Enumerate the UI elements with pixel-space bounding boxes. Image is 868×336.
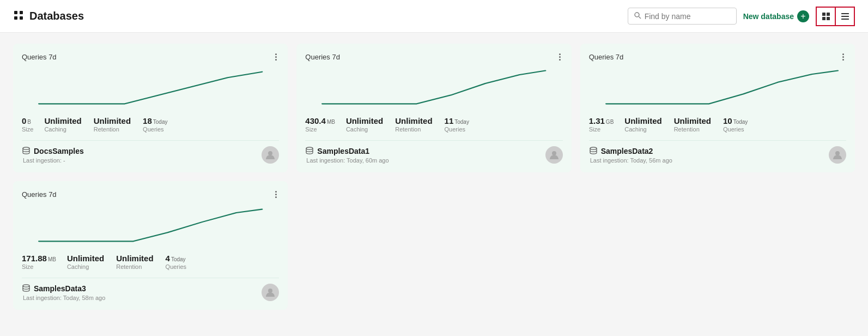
svg-rect-3 bbox=[20, 16, 23, 20]
card-stats: 430.4MB Size Unlimited Caching Unlimited… bbox=[305, 116, 562, 133]
stat-value: Unlimited bbox=[395, 116, 433, 125]
chart-svg bbox=[22, 203, 279, 247]
svg-rect-0 bbox=[14, 11, 17, 14]
db-ingestion: Last ingestion: - bbox=[23, 157, 84, 164]
avatar bbox=[262, 284, 279, 301]
database-card[interactable]: Queries 7d 171.88MB Size Unlimited Cachi… bbox=[13, 181, 288, 310]
database-card[interactable]: Queries 7d 430.4MB Size Unlimited Cachin… bbox=[296, 44, 571, 172]
databases-grid: Queries 7d 0B Size Unlimited Caching Unl… bbox=[13, 44, 855, 310]
stat-item: 18 Today Queries bbox=[143, 116, 167, 133]
menu-dot bbox=[842, 53, 844, 55]
chart-svg bbox=[589, 66, 846, 110]
stat-label: Caching bbox=[44, 126, 82, 133]
stat-item: 171.88MB Size bbox=[22, 254, 56, 270]
svg-rect-10 bbox=[841, 13, 849, 14]
card-footer: SamplesData2 Last ingestion: Today, 56m … bbox=[589, 140, 846, 164]
grid-view-button[interactable] bbox=[816, 7, 835, 26]
stat-unit: MB bbox=[48, 256, 56, 262]
svg-rect-12 bbox=[841, 19, 849, 20]
svg-point-13 bbox=[23, 147, 29, 149]
page-header: Databases New database + bbox=[0, 0, 868, 33]
card-menu-button[interactable] bbox=[273, 52, 279, 62]
stat-unit: GB bbox=[606, 119, 614, 125]
stat-item: Unlimited Retention bbox=[94, 116, 132, 133]
stat-label: Size bbox=[22, 263, 56, 270]
page-title: Databases bbox=[29, 10, 84, 22]
stat-item: Unlimited Retention bbox=[395, 116, 433, 133]
database-icon bbox=[305, 147, 314, 156]
menu-dot bbox=[275, 59, 277, 61]
card-queries-label: Queries 7d bbox=[22, 190, 57, 199]
avatar bbox=[829, 146, 846, 164]
db-ingestion: Last ingestion: Today, 60m ago bbox=[306, 157, 389, 164]
stat-label: Size bbox=[22, 126, 33, 133]
stat-value: Unlimited bbox=[116, 254, 154, 263]
stat-value: Unlimited bbox=[44, 116, 82, 125]
svg-point-4 bbox=[635, 13, 639, 17]
app-grid-icon bbox=[13, 10, 24, 23]
db-name: DocsSamples bbox=[34, 147, 84, 155]
svg-rect-8 bbox=[822, 17, 825, 20]
chart-area bbox=[22, 66, 279, 110]
avatar bbox=[545, 146, 563, 164]
card-queries-label: Queries 7d bbox=[305, 53, 340, 61]
card-header: Queries 7d bbox=[22, 52, 279, 62]
new-database-button[interactable]: New database + bbox=[743, 10, 809, 22]
svg-point-19 bbox=[23, 284, 29, 286]
svg-point-14 bbox=[268, 151, 272, 155]
stat-value: 10 Today bbox=[723, 116, 748, 125]
svg-point-16 bbox=[552, 151, 556, 155]
stat-value: 11 Today bbox=[445, 116, 469, 125]
list-view-button[interactable] bbox=[835, 7, 855, 26]
card-queries-label: Queries 7d bbox=[589, 53, 624, 61]
card-menu-button[interactable] bbox=[557, 52, 563, 62]
database-card[interactable]: Queries 7d 1.31GB Size Unlimited Caching… bbox=[580, 44, 855, 172]
menu-dot bbox=[559, 53, 561, 55]
stat-item: Unlimited Caching bbox=[44, 116, 82, 133]
svg-point-15 bbox=[306, 147, 313, 149]
menu-dot bbox=[275, 56, 277, 58]
card-footer: SamplesData3 Last ingestion: Today, 58m … bbox=[22, 278, 279, 301]
card-footer: DocsSamples Last ingestion: - bbox=[22, 140, 279, 164]
db-info: SamplesData1 Last ingestion: Today, 60m … bbox=[305, 147, 389, 164]
chart-area bbox=[305, 66, 562, 110]
stat-item: 10 Today Queries bbox=[723, 116, 748, 133]
db-name: SamplesData1 bbox=[317, 147, 369, 155]
card-menu-button[interactable] bbox=[273, 190, 279, 199]
stat-value: Unlimited bbox=[94, 116, 132, 125]
stat-item: 1.31GB Size bbox=[589, 116, 614, 133]
stat-value: 171.88MB bbox=[22, 254, 56, 263]
db-name: SamplesData2 bbox=[601, 147, 653, 155]
stat-item: Unlimited Retention bbox=[674, 116, 712, 133]
chart-area bbox=[589, 66, 846, 110]
stat-unit: MB bbox=[327, 119, 335, 125]
search-box[interactable] bbox=[628, 8, 737, 25]
stat-label: Retention bbox=[94, 126, 132, 133]
card-menu-button[interactable] bbox=[840, 52, 846, 62]
new-database-label: New database bbox=[743, 12, 794, 21]
stat-unit: Today bbox=[454, 119, 469, 125]
svg-rect-11 bbox=[841, 16, 849, 17]
database-card[interactable]: Queries 7d 0B Size Unlimited Caching Unl… bbox=[13, 44, 288, 172]
stat-label: Size bbox=[589, 126, 614, 133]
stat-item: 430.4MB Size bbox=[305, 116, 335, 133]
view-toggle bbox=[816, 7, 855, 26]
svg-point-17 bbox=[590, 147, 597, 149]
stat-value: 4 Today bbox=[166, 254, 187, 263]
stat-value: Unlimited bbox=[346, 116, 384, 125]
card-stats: 171.88MB Size Unlimited Caching Unlimite… bbox=[22, 254, 279, 270]
db-ingestion: Last ingestion: Today, 56m ago bbox=[590, 157, 672, 164]
card-header: Queries 7d bbox=[22, 190, 279, 199]
svg-rect-1 bbox=[20, 11, 23, 14]
search-input[interactable] bbox=[645, 12, 731, 21]
menu-dot bbox=[275, 53, 277, 55]
chart-svg bbox=[22, 66, 279, 110]
stat-label: Size bbox=[305, 126, 335, 133]
database-icon bbox=[589, 147, 598, 156]
stat-item: Unlimited Caching bbox=[67, 254, 105, 270]
stat-label: Queries bbox=[143, 126, 167, 133]
db-info: SamplesData2 Last ingestion: Today, 56m … bbox=[589, 147, 672, 164]
db-info: SamplesData3 Last ingestion: Today, 58m … bbox=[22, 284, 105, 301]
db-name: SamplesData3 bbox=[34, 284, 86, 293]
stat-label: Retention bbox=[674, 126, 712, 133]
